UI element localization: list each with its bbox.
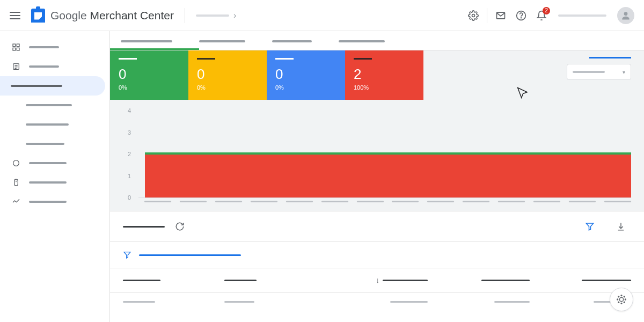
notifications-bell-icon[interactable]: 2 [535, 9, 548, 22]
tab-0[interactable] [121, 40, 172, 42]
card-value: 0 [119, 67, 180, 81]
sidebar-item-4[interactable] [0, 115, 109, 134]
divider [185, 8, 185, 23]
column-header-label [582, 280, 631, 281]
sidebar-item-2[interactable] [0, 76, 105, 96]
sidebar-item-label [29, 46, 59, 48]
card-percent: 0% [197, 84, 258, 91]
sidebar-item-7[interactable] [0, 173, 109, 192]
x-tick [144, 201, 171, 202]
sidebar-item-8[interactable] [0, 192, 109, 211]
sidebar-item-0[interactable] [0, 38, 109, 57]
svg-point-13 [13, 160, 19, 166]
svg-point-19 [621, 295, 622, 296]
dashboard-icon [11, 42, 21, 53]
card-value: 0 [275, 67, 336, 81]
tab-bar [110, 31, 644, 50]
svg-rect-7 [13, 48, 16, 50]
sort-arrow-icon: ↓ [376, 276, 379, 284]
column-header-label [481, 280, 530, 281]
x-tick [427, 201, 454, 202]
column-header-4[interactable] [530, 276, 631, 284]
sidebar-item-label [26, 123, 69, 126]
y-tick: 2 [128, 151, 131, 157]
svg-point-23 [618, 296, 619, 297]
chart-line-green [145, 152, 631, 155]
x-tick [251, 201, 277, 202]
column-header-3[interactable] [428, 276, 529, 284]
status-chart: 01234 [110, 100, 644, 211]
account-selector[interactable] [558, 14, 606, 17]
tab-1[interactable] [199, 40, 245, 42]
svg-point-0 [472, 14, 475, 17]
sidebar-item-label [29, 162, 67, 164]
column-header-0[interactable] [123, 276, 224, 284]
x-tick [286, 201, 313, 202]
trend-icon [11, 196, 21, 207]
x-tick [463, 201, 489, 202]
cell-value [494, 301, 530, 303]
mail-icon[interactable] [494, 9, 507, 22]
column-header-1[interactable] [224, 276, 326, 284]
x-tick [533, 201, 560, 202]
app-header: Google Merchant Center › 2 [0, 0, 644, 31]
metric-card-red[interactable]: 2100% [345, 50, 423, 100]
sidebar-item-1[interactable] [0, 57, 109, 76]
sidebar-item-3[interactable] [0, 96, 109, 115]
svg-marker-16 [586, 223, 594, 230]
column-header-label [224, 280, 257, 281]
breadcrumb[interactable]: › [196, 11, 240, 20]
product-title: Google Merchant Center [50, 9, 174, 22]
table-row[interactable] [110, 292, 644, 311]
metric-card-yellow[interactable]: 00% [188, 50, 267, 100]
y-tick: 4 [128, 107, 131, 114]
column-header-2[interactable]: ↓ [326, 276, 428, 284]
tab-2[interactable] [272, 40, 312, 42]
x-axis-line [138, 197, 631, 198]
settings-gear-icon[interactable] [467, 9, 480, 22]
sidebar-item-5[interactable] [0, 134, 109, 153]
y-tick: 3 [128, 129, 131, 136]
tab-3[interactable] [339, 40, 385, 42]
x-tick [180, 201, 207, 202]
svg-point-26 [624, 302, 625, 303]
cell-value [390, 301, 428, 303]
breadcrumb-item[interactable] [196, 14, 229, 17]
help-icon[interactable] [515, 9, 528, 22]
svg-rect-6 [17, 44, 19, 47]
svg-point-21 [617, 299, 618, 300]
card-label-line [275, 58, 294, 60]
x-tick [357, 201, 384, 202]
card-percent: 100% [354, 84, 415, 91]
svg-point-3 [521, 17, 522, 18]
cell-value [123, 301, 155, 303]
chart-fill-red [145, 154, 631, 197]
sidebar-item-6[interactable] [0, 153, 109, 173]
metric-card-green[interactable]: 00% [110, 50, 188, 100]
table-header-row: ↓ [110, 268, 644, 292]
sidebar-item-label [29, 65, 59, 68]
filter-icon[interactable] [583, 220, 596, 233]
x-tick [321, 201, 348, 202]
refresh-icon[interactable] [173, 220, 186, 233]
send-feedback-button[interactable] [610, 288, 633, 311]
card-label-line [197, 58, 215, 60]
add-filter-link[interactable] [139, 254, 241, 256]
mouse-icon [11, 177, 21, 188]
hamburger-menu-icon[interactable] [10, 10, 20, 21]
metric-card-blue[interactable]: 00% [267, 50, 345, 100]
filter-icon[interactable] [123, 251, 131, 259]
download-icon[interactable] [614, 220, 627, 233]
x-tick [215, 201, 242, 202]
cell-value [224, 301, 254, 303]
caret-down-icon: ▾ [623, 69, 625, 75]
merchant-center-logo-icon [31, 9, 45, 23]
svg-rect-8 [17, 48, 19, 50]
date-range-selector[interactable]: ▾ [567, 64, 631, 80]
main-content: 00%00%00%2100% ▾ 01234 [110, 31, 644, 322]
card-value: 2 [354, 67, 415, 81]
metric-cards-row: 00%00%00%2100% [110, 50, 423, 100]
divider [487, 8, 487, 23]
mouse-cursor-icon [515, 86, 530, 101]
user-avatar[interactable] [617, 7, 634, 24]
